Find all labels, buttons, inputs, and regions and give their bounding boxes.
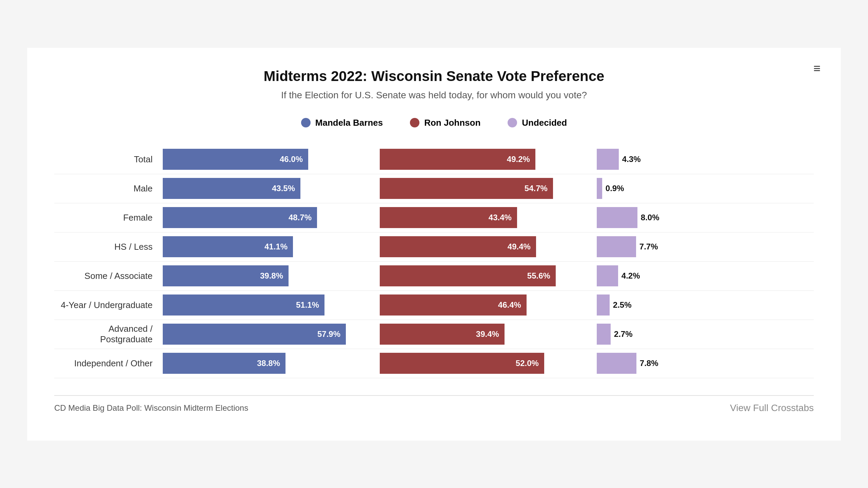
chart-row: Female 48.7% 43.4% 8.0%: [54, 207, 814, 232]
col-undecided: 2.7%: [597, 324, 814, 345]
col-johnson: 46.4%: [380, 294, 597, 316]
legend-item-barnes: Mandela Barnes: [301, 118, 383, 128]
col-johnson: 43.4%: [380, 207, 597, 228]
johnson-value: 55.6%: [527, 271, 550, 281]
bars-area: 41.1% 49.4% 7.7%: [163, 236, 814, 257]
bar-barnes: 43.5%: [163, 178, 300, 199]
bar-barnes: 57.9%: [163, 324, 346, 345]
johnson-value: 49.4%: [508, 242, 531, 251]
col-johnson: 54.7%: [380, 178, 597, 199]
bar-undecided: [597, 324, 611, 345]
col-johnson: 49.4%: [380, 236, 597, 257]
col-barnes: 38.8%: [163, 353, 380, 374]
chart-row: HS / Less 41.1% 49.4% 7.7%: [54, 236, 814, 262]
bar-undecided: [597, 207, 637, 228]
legend-item-johnson: Ron Johnson: [410, 118, 480, 128]
johnson-value: 49.2%: [507, 155, 530, 164]
col-undecided: 7.8%: [597, 353, 814, 374]
row-label: HS / Less: [54, 242, 163, 252]
col-undecided: 4.3%: [597, 149, 814, 170]
col-undecided: 8.0%: [597, 207, 814, 228]
chart-title: Midterms 2022: Wisconsin Senate Vote Pre…: [54, 68, 814, 84]
bar-undecided: [597, 178, 602, 199]
undecided-value: 2.7%: [614, 329, 633, 339]
row-label: Advanced / Postgraduate: [54, 324, 163, 345]
bar-johnson: 46.4%: [380, 294, 527, 316]
undecided-value: 4.3%: [622, 155, 641, 164]
bar-undecided: [597, 236, 636, 257]
col-barnes: 48.7%: [163, 207, 380, 228]
chart-legend: Mandela Barnes Ron Johnson Undecided: [54, 118, 814, 128]
col-barnes: 51.1%: [163, 294, 380, 316]
chart-row: 4-Year / Undergraduate 51.1% 46.4% 2.5%: [54, 294, 814, 320]
col-barnes: 41.1%: [163, 236, 380, 257]
col-undecided: 2.5%: [597, 294, 814, 316]
row-label: Total: [54, 154, 163, 165]
bars-area: 51.1% 46.4% 2.5%: [163, 294, 814, 316]
johnson-value: 43.4%: [489, 213, 512, 222]
johnson-value: 52.0%: [516, 359, 539, 368]
view-crosstabs-link[interactable]: View Full Crosstabs: [730, 403, 814, 413]
chart-subtitle: If the Election for U.S. Senate was held…: [54, 90, 814, 101]
chart-footer: CD Media Big Data Poll: Wisconsin Midter…: [54, 395, 814, 413]
col-barnes: 46.0%: [163, 149, 380, 170]
row-label: Independent / Other: [54, 358, 163, 369]
chart-row: Some / Associate 39.8% 55.6% 4.2%: [54, 265, 814, 291]
source-label: CD Media Big Data Poll: Wisconsin Midter…: [54, 403, 248, 413]
barnes-value: 38.8%: [257, 359, 280, 368]
johnson-value: 39.4%: [476, 329, 499, 339]
col-undecided: 4.2%: [597, 265, 814, 286]
johnson-dot: [410, 118, 419, 127]
barnes-value: 41.1%: [264, 242, 288, 251]
col-barnes: 39.8%: [163, 265, 380, 286]
col-barnes: 43.5%: [163, 178, 380, 199]
chart-body: Total 46.0% 49.2% 4.3%: [54, 148, 814, 378]
col-johnson: 49.2%: [380, 149, 597, 170]
bars-area: 46.0% 49.2% 4.3%: [163, 149, 814, 170]
undecided-value: 7.7%: [639, 242, 658, 251]
barnes-label: Mandela Barnes: [315, 118, 383, 128]
barnes-value: 39.8%: [260, 271, 283, 281]
col-johnson: 55.6%: [380, 265, 597, 286]
chart-row: Male 43.5% 54.7% 0.9%: [54, 178, 814, 203]
col-undecided: 0.9%: [597, 178, 814, 199]
bar-barnes: 51.1%: [163, 294, 324, 316]
undecided-value: 0.9%: [606, 184, 624, 193]
bar-barnes: 38.8%: [163, 353, 285, 374]
bar-undecided: [597, 149, 619, 170]
col-johnson: 39.4%: [380, 324, 597, 345]
row-label: Male: [54, 183, 163, 194]
undecided-value: 7.8%: [640, 359, 658, 368]
chart-row: Advanced / Postgraduate 57.9% 39.4% 2.7%: [54, 323, 814, 349]
barnes-value: 57.9%: [317, 329, 340, 339]
undecided-value: 4.2%: [622, 271, 640, 281]
col-undecided: 7.7%: [597, 236, 814, 257]
col-johnson: 52.0%: [380, 353, 597, 374]
bar-barnes: 48.7%: [163, 207, 317, 228]
legend-item-undecided: Undecided: [508, 118, 567, 128]
row-label: 4-Year / Undergraduate: [54, 300, 163, 310]
bar-undecided: [597, 353, 636, 374]
row-label: Some / Associate: [54, 271, 163, 281]
undecided-dot: [508, 118, 517, 127]
bar-johnson: 43.4%: [380, 207, 517, 228]
bar-johnson: 49.4%: [380, 236, 536, 257]
undecided-value: 8.0%: [641, 213, 659, 222]
johnson-value: 54.7%: [525, 184, 548, 193]
bar-barnes: 41.1%: [163, 236, 293, 257]
bar-johnson: 49.2%: [380, 149, 535, 170]
bar-undecided: [597, 265, 618, 286]
chart-container: ≡ Midterms 2022: Wisconsin Senate Vote P…: [27, 48, 841, 441]
barnes-value: 48.7%: [289, 213, 312, 222]
bars-area: 38.8% 52.0% 7.8%: [163, 353, 814, 374]
barnes-value: 51.1%: [296, 300, 319, 310]
col-barnes: 57.9%: [163, 324, 380, 345]
bar-johnson: 55.6%: [380, 265, 556, 286]
menu-icon[interactable]: ≡: [813, 61, 821, 76]
bar-johnson: 52.0%: [380, 353, 544, 374]
chart-row: Total 46.0% 49.2% 4.3%: [54, 148, 814, 174]
undecided-label: Undecided: [522, 118, 567, 128]
bars-area: 57.9% 39.4% 2.7%: [163, 324, 814, 345]
barnes-dot: [301, 118, 311, 127]
chart-row: Independent / Other 38.8% 52.0% 7.8%: [54, 352, 814, 378]
